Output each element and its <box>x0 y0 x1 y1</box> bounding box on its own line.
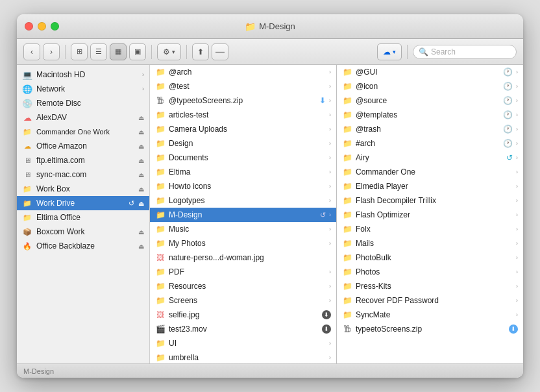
file-row[interactable]: 📁 Elmedia Player › <box>337 179 523 193</box>
file-row[interactable]: 📁 Recover PDF Password › <box>337 293 523 308</box>
view-gallery-button[interactable]: ▣ <box>129 43 146 60</box>
file-row[interactable]: 📁 @test › <box>150 79 336 93</box>
office-amazon-icon: ☁ <box>22 141 32 151</box>
folder-selected-icon: 📁 <box>155 210 166 220</box>
tag-button[interactable]: — <box>212 43 228 60</box>
file-row[interactable]: 📁 Documents › <box>150 151 336 165</box>
title-folder-icon: 📁 <box>245 21 256 32</box>
sidebar-item-work-box[interactable]: 📁 Work Box ⏏ <box>17 182 149 196</box>
work-drive-sync-icon: ↺ <box>129 199 134 208</box>
sidebar-item-office-backblaze[interactable]: 🔥 Office Backblaze ⏏ <box>17 239 149 253</box>
folder-icon: 📁 <box>342 67 352 77</box>
file-row[interactable]: 📁 @source 🕐 › <box>337 93 523 108</box>
file-row[interactable]: 📁 umbrella › <box>150 350 336 363</box>
dropbox-button[interactable]: ☁ ▾ <box>377 43 402 60</box>
folder-icon: 📁 <box>155 110 166 120</box>
file-row[interactable]: 📁 SyncMate › <box>337 308 523 322</box>
share-button[interactable]: ⬆ <box>192 43 209 60</box>
file-row[interactable]: 📁 @templates 🕐 › <box>337 108 523 122</box>
file-row[interactable]: 📁 #arch 🕐 › <box>337 136 523 151</box>
file-row[interactable]: 🖼 nature-perso...d-woman.jpg <box>150 251 336 265</box>
sidebar-item-boxcom-work[interactable]: 📦 Boxcom Work ⏏ <box>17 225 149 239</box>
view-column-button[interactable]: ▦ <box>110 43 127 60</box>
forward-button[interactable]: › <box>43 43 60 60</box>
title-text: M-Design <box>259 21 295 31</box>
file-row[interactable]: 🎬 test23.mov ⬇ <box>150 322 336 336</box>
file-row[interactable]: 📁 Music › <box>150 222 336 236</box>
folder-icon: 📁 <box>155 295 166 306</box>
view-list-button[interactable]: ☰ <box>90 43 107 60</box>
minimize-button[interactable] <box>38 22 46 31</box>
file-row[interactable]: 📁 UI › <box>150 336 336 350</box>
back-button[interactable]: ‹ <box>23 43 40 60</box>
sidebar-item-commander-one-work[interactable]: 📁 Commander One Work ⏏ <box>17 125 149 139</box>
right-panel-content: 📁 @GUI 🕐 › 📁 @icon 🕐 › <box>337 65 523 363</box>
file-row[interactable]: 🖼 selfie.jpg ⬇ <box>150 308 336 322</box>
work-box-eject: ⏏ <box>138 186 144 193</box>
file-row[interactable]: 📁 @trash 🕐 › <box>337 122 523 136</box>
sidebar-item-network[interactable]: 🌐 Network › <box>17 82 149 96</box>
file-row[interactable]: 📁 Flash Decompiler Trillix › <box>337 193 523 208</box>
view-icon-button[interactable]: ⊞ <box>71 43 88 60</box>
close-button[interactable] <box>25 22 33 31</box>
folder-icon: 📁 <box>342 210 352 220</box>
sidebar-item-work-drive[interactable]: 📁 Work Drive ↺ ⏏ <box>17 196 149 210</box>
file-row[interactable]: 📁 Design › <box>150 136 336 151</box>
work-drive-icon: 📁 <box>22 198 32 208</box>
file-row[interactable]: 📁 Photos › <box>337 265 523 279</box>
clock-badge: 🕐 › <box>503 82 518 91</box>
file-row[interactable]: 📁 Airy ↺ › <box>337 151 523 165</box>
file-row[interactable]: 📁 @arch › <box>150 65 336 79</box>
file-row[interactable]: 📁 PhotoBulk › <box>337 251 523 265</box>
sidebar-item-sync-mac[interactable]: 🖥 sync-mac.com ⏏ <box>17 167 149 182</box>
folder-icon: 📁 <box>342 153 352 163</box>
sidebar-item-eltima-office[interactable]: 📁 Eltima Office <box>17 210 149 225</box>
file-row[interactable]: 📁 Mails › <box>337 236 523 251</box>
file-row[interactable]: 📁 Howto icons › <box>150 179 336 193</box>
file-row[interactable]: 📁 @icon 🕐 › <box>337 79 523 93</box>
sidebar-item-alexdav[interactable]: ☁ AlexDAV ⏏ <box>17 110 149 125</box>
sidebar-item-office-amazon[interactable]: ☁ Office Amazon ⏏ <box>17 139 149 153</box>
clock-badge: 🕐 › <box>503 139 518 148</box>
sidebar: 💻 Macintosh HD › 🌐 Network › 💿 Remote Di… <box>17 65 150 363</box>
folder-icon: 📁 <box>155 224 166 234</box>
file-row[interactable]: 📁 Resources › <box>150 279 336 293</box>
window-title: 📁 M-Design <box>245 21 295 32</box>
file-row[interactable]: 📁 Commander One › <box>337 165 523 179</box>
toolbar-separator-4 <box>407 45 408 59</box>
file-row[interactable]: 🗜 @typeetoScreens.zip ⬇ › <box>150 93 336 108</box>
folder-icon: 📁 <box>342 295 352 306</box>
boxcom-work-eject: ⏏ <box>138 228 144 236</box>
file-row[interactable]: 📁 Screens › <box>150 293 336 308</box>
file-row[interactable]: 📁 PDF › <box>150 265 336 279</box>
sidebar-item-macintosh-hd[interactable]: 💻 Macintosh HD › <box>17 67 149 82</box>
file-row[interactable]: 📁 Eltima › <box>150 165 336 179</box>
file-row[interactable]: 📁 @GUI 🕐 › <box>337 65 523 79</box>
file-row[interactable]: 📁 articles-test › <box>150 108 336 122</box>
folder-icon: 📁 <box>342 181 352 191</box>
file-row[interactable]: 📁 Logotypes › <box>150 193 336 208</box>
status-text: M-Design <box>23 367 54 375</box>
maximize-button[interactable] <box>51 22 59 31</box>
statusbar: M-Design <box>17 363 523 378</box>
folder-icon: 📁 <box>342 281 352 291</box>
sync-badge: ↺ › <box>506 153 518 162</box>
folder-icon: 📁 <box>155 167 166 177</box>
file-row[interactable]: 📁 Folx › <box>337 222 523 236</box>
sidebar-item-ftp-eltima[interactable]: 🖥 ftp.eltima.com ⏏ <box>17 153 149 167</box>
folder-icon: 📁 <box>342 110 352 120</box>
file-row[interactable]: 🗜 typeetoScreens.zip ⬇ <box>337 322 523 336</box>
file-row-m-design[interactable]: 📁 M-Design ↺ › <box>150 208 336 222</box>
file-row[interactable]: 📁 Flash Optimizer › <box>337 208 523 222</box>
search-box[interactable]: 🔍 Search <box>413 45 517 59</box>
file-row[interactable]: 📁 Camera Uploads › <box>150 122 336 136</box>
folder-icon: 📁 <box>155 153 166 163</box>
file-row[interactable]: 📁 Press-Kits › <box>337 279 523 293</box>
work-drive-eject: ⏏ <box>138 200 144 207</box>
left-panel-content: 📁 @arch › 📁 @test › 🗜 @typeetoScreens.zi… <box>150 65 336 363</box>
folder-icon: 📁 <box>155 238 166 249</box>
alexdav-eject: ⏏ <box>138 114 144 121</box>
sidebar-item-remote-disc[interactable]: 💿 Remote Disc <box>17 96 149 110</box>
file-row[interactable]: 📁 My Photos › <box>150 236 336 251</box>
action-button[interactable]: ⚙ ▾ <box>157 43 181 60</box>
